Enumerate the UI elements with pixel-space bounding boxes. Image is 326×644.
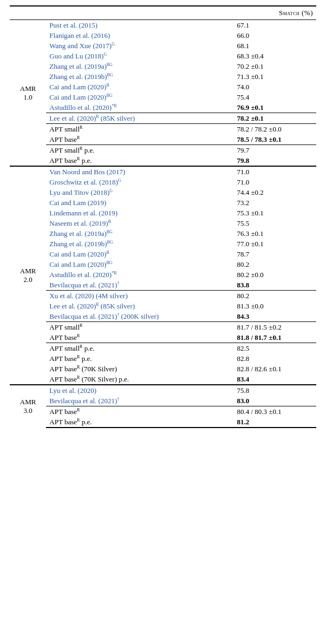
table-row: Lee et al. (2020)R (85K silver)78.2 ±0.1 bbox=[10, 113, 316, 124]
model-name: Zhang et al. (2019b)BG bbox=[46, 71, 233, 82]
model-name: APT baseR (70K Silver) p.e. bbox=[46, 374, 233, 385]
smatch-score: 78.7 bbox=[233, 249, 316, 259]
table-row: Astudillo et al. (2020)*R76.9 ±0.1 bbox=[10, 102, 316, 113]
model-name: APT smallR p.e. bbox=[46, 145, 233, 156]
smatch-score: 71.0 bbox=[233, 177, 316, 187]
model-name: Cai and Lam (2020)BG bbox=[46, 92, 233, 102]
table-row: Bevilacqua et al. (2021)† (200K silver)8… bbox=[10, 311, 316, 322]
results-table: Smatch (%) AMR1.0Pust et al. (2015)67.1F… bbox=[10, 5, 316, 428]
table-row: Cai and Lam (2020)BG75.4 bbox=[10, 92, 316, 102]
model-name: Naseem et al. (2019)B bbox=[46, 218, 233, 228]
model-name: APT baseR bbox=[46, 332, 233, 343]
model-name: Van Noord and Bos (2017) bbox=[46, 166, 233, 177]
model-name: APT smallR bbox=[46, 322, 233, 333]
model-name: Groschwitz et al. (2018)G bbox=[46, 177, 233, 187]
model-name: Lee et al. (2020)R (85K silver) bbox=[46, 301, 233, 311]
smatch-score: 67.1 bbox=[233, 20, 316, 31]
corpus-label: AMR2.0 bbox=[10, 166, 46, 385]
model-name: Cai and Lam (2019) bbox=[46, 198, 233, 208]
table-row: APT smallR81.7 / 81.5 ±0.2 bbox=[10, 322, 316, 333]
model-name: Bevilacqua et al. (2021)† bbox=[46, 280, 233, 291]
table-row: Groschwitz et al. (2018)G71.0 bbox=[10, 177, 316, 187]
table-row: APT smallR p.e.82.5 bbox=[10, 343, 316, 354]
table-row: Zhang et al. (2019a)BG70.2 ±0.1 bbox=[10, 61, 316, 71]
smatch-score: 83.4 bbox=[233, 374, 316, 385]
table-row: Cai and Lam (2019)73.2 bbox=[10, 198, 316, 208]
smatch-score: 82.5 bbox=[233, 343, 316, 354]
smatch-score: 78.2 / 78.2 ±0.0 bbox=[233, 124, 316, 135]
table-row: Zhang et al. (2019a)BG76.3 ±0.1 bbox=[10, 228, 316, 239]
header-smatch: Smatch (%) bbox=[233, 6, 316, 20]
model-name: APT baseR (70K Silver) bbox=[46, 364, 233, 374]
model-name: APT baseR p.e. bbox=[46, 417, 233, 428]
table-row: Bevilacqua et al. (2021)†83.8 bbox=[10, 280, 316, 291]
model-name: APT baseR p.e. bbox=[46, 155, 233, 166]
model-name: APT baseR p.e. bbox=[46, 353, 233, 364]
model-name: APT smallR p.e. bbox=[46, 343, 233, 354]
smatch-score: 74.4 ±0.2 bbox=[233, 187, 316, 198]
model-name: Cai and Lam (2020)B bbox=[46, 82, 233, 92]
table-row: APT baseR p.e.81.2 bbox=[10, 417, 316, 428]
smatch-score: 75.5 bbox=[233, 218, 316, 228]
model-name: APT baseR bbox=[46, 134, 233, 145]
smatch-score: 81.7 / 81.5 ±0.2 bbox=[233, 322, 316, 333]
smatch-score: 71.3 ±0.1 bbox=[233, 71, 316, 82]
model-name: Bevilacqua et al. (2021)† (200K silver) bbox=[46, 311, 233, 322]
table-row: Lee et al. (2020)R (85K silver)81.3 ±0.0 bbox=[10, 301, 316, 311]
corpus-label: AMR1.0 bbox=[10, 20, 46, 167]
smatch-score: 71.0 bbox=[233, 166, 316, 177]
model-name: Xu et al. (2020) (4M silver) bbox=[46, 291, 233, 301]
smatch-score: 84.3 bbox=[233, 311, 316, 322]
table-row: Bevilacqua et al. (2021)†83.0 bbox=[10, 396, 316, 406]
table-row: Naseem et al. (2019)B75.5 bbox=[10, 218, 316, 228]
table-row: APT baseR80.4 / 80.3 ±0.1 bbox=[10, 406, 316, 417]
table-row: APT smallR78.2 / 78.2 ±0.0 bbox=[10, 124, 316, 135]
model-name: Lee et al. (2020)R (85K silver) bbox=[46, 113, 233, 124]
table-row: APT baseR81.8 / 81.7 ±0.1 bbox=[10, 332, 316, 343]
smatch-score: 81.8 / 81.7 ±0.1 bbox=[233, 332, 316, 343]
smatch-score: 70.2 ±0.1 bbox=[233, 61, 316, 71]
table-row: Cai and Lam (2020)B74.0 bbox=[10, 82, 316, 92]
header-model bbox=[46, 6, 233, 20]
table-row: Cai and Lam (2020)B78.7 bbox=[10, 249, 316, 259]
smatch-score: 75.8 bbox=[233, 385, 316, 396]
table-row: Xu et al. (2020) (4M silver)80.2 bbox=[10, 291, 316, 301]
smatch-score: 83.0 bbox=[233, 396, 316, 406]
table-row: Astudillo et al. (2020)*R80.2 ±0.0 bbox=[10, 270, 316, 280]
table-row: Zhang et al. (2019b)BG77.0 ±0.1 bbox=[10, 239, 316, 249]
smatch-score: 78.2 ±0.1 bbox=[233, 113, 316, 124]
model-name: Cai and Lam (2020)B bbox=[46, 249, 233, 259]
model-name: APT baseR bbox=[46, 406, 233, 417]
table-row: APT baseR78.5 / 78.3 ±0.1 bbox=[10, 134, 316, 145]
model-name: Astudillo et al. (2020)*R bbox=[46, 102, 233, 113]
smatch-score: 80.2 bbox=[233, 291, 316, 301]
smatch-score: 82.8 / 82.6 ±0.1 bbox=[233, 364, 316, 374]
table-row: Lindemann et al. (2019)75.3 ±0.1 bbox=[10, 208, 316, 218]
smatch-score: 81.3 ±0.0 bbox=[233, 301, 316, 311]
model-name: Zhang et al. (2019a)BG bbox=[46, 228, 233, 239]
model-name: Zhang et al. (2019b)BG bbox=[46, 239, 233, 249]
model-name: Wang and Xue (2017)G bbox=[46, 41, 233, 51]
model-name: Flanigan et al. (2016) bbox=[46, 30, 233, 41]
table-row: Guo and Lu (2018)G68.3 ±0.4 bbox=[10, 51, 316, 61]
smatch-score: 68.3 ±0.4 bbox=[233, 51, 316, 61]
model-name: Lyu and Titov (2018)G bbox=[46, 187, 233, 198]
model-name: APT smallR bbox=[46, 124, 233, 135]
table-row: APT baseR p.e.79.8 bbox=[10, 155, 316, 166]
smatch-score: 80.2 bbox=[233, 259, 316, 270]
table-row: Flanigan et al. (2016)66.0 bbox=[10, 30, 316, 41]
table-row: AMR3.0Lyu et al. (2020)75.8 bbox=[10, 385, 316, 396]
smatch-score: 79.7 bbox=[233, 145, 316, 156]
table-row: Lyu and Titov (2018)G74.4 ±0.2 bbox=[10, 187, 316, 198]
model-name: Pust et al. (2015) bbox=[46, 20, 233, 31]
smatch-score: 81.2 bbox=[233, 417, 316, 428]
smatch-score: 76.3 ±0.1 bbox=[233, 228, 316, 239]
smatch-score: 73.2 bbox=[233, 198, 316, 208]
model-name: Astudillo et al. (2020)*R bbox=[46, 270, 233, 280]
model-name: Zhang et al. (2019a)BG bbox=[46, 61, 233, 71]
table-row: Zhang et al. (2019b)BG71.3 ±0.1 bbox=[10, 71, 316, 82]
smatch-score: 75.4 bbox=[233, 92, 316, 102]
smatch-score: 79.8 bbox=[233, 155, 316, 166]
smatch-score: 78.5 / 78.3 ±0.1 bbox=[233, 134, 316, 145]
smatch-score: 76.9 ±0.1 bbox=[233, 102, 316, 113]
